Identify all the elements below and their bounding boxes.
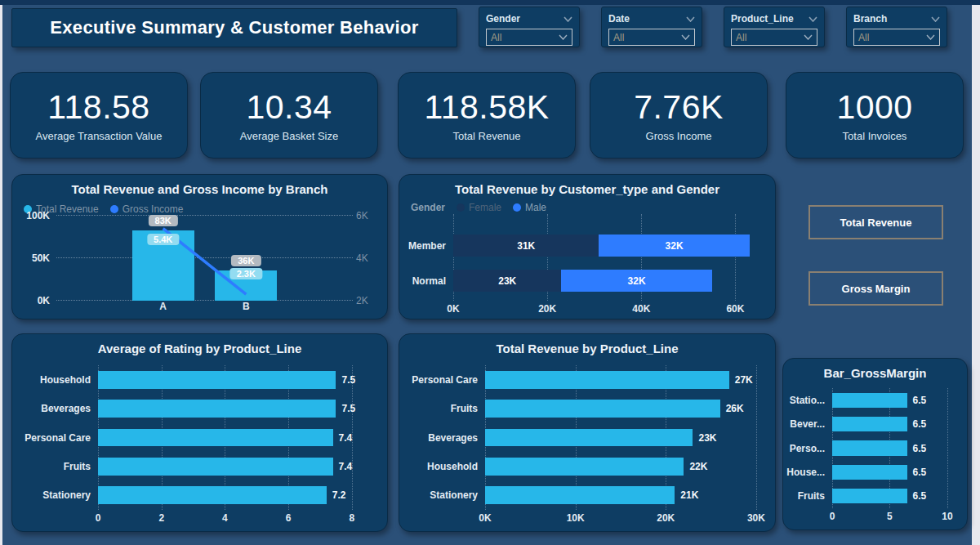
bar-row: 27K	[485, 365, 765, 394]
filter-branch-header[interactable]: Branch	[853, 11, 940, 26]
value-label: 6.5	[913, 395, 927, 406]
axis-tick-label: 8	[350, 512, 355, 524]
bar[interactable]	[832, 465, 907, 480]
dropdown-value: All	[736, 32, 746, 43]
category-label: Fruits	[788, 485, 832, 508]
bar-row: 23K	[485, 423, 765, 452]
category-label: Fruits	[20, 452, 98, 480]
value-label: 6.5	[913, 418, 927, 430]
legend-item-male[interactable]: Male	[513, 202, 546, 213]
filter-date-header[interactable]: Date	[608, 11, 695, 26]
kpi-value: 7.76K	[634, 88, 724, 127]
axis-tick-label: 100K	[26, 210, 50, 221]
chart-card-bar-grossmargin: Bar_GrossMargin Statio...Bever...Perso..…	[782, 358, 968, 530]
x-axis: 0510	[832, 508, 959, 523]
x-axis: 0K20K40K60K	[453, 301, 764, 315]
bar[interactable]	[98, 429, 333, 447]
category-label: Statio...	[788, 388, 832, 412]
axis-tick-label: 4	[222, 512, 228, 524]
customer-gender-chart: MemberNormal31K32K23K32K0K20K40K60K	[399, 214, 775, 319]
bar[interactable]	[832, 440, 907, 455]
category-label: B	[243, 301, 250, 312]
chevron-down-icon	[686, 16, 695, 22]
stacked-bar-row: 23K32K	[453, 270, 764, 292]
total-revenue-button[interactable]: Total Revenue	[808, 205, 943, 239]
category-label: A	[159, 301, 167, 312]
kpi-total-revenue: 118.58K Total Revenue	[398, 72, 576, 159]
chevron-down-icon	[931, 16, 940, 22]
dashboard-canvas: Executive Summary & Customer Behavior Ge…	[0, 0, 980, 545]
plot-area: Personal CareFruitsBeveragesHouseholdSta…	[408, 365, 765, 510]
axis-tick-label: 0K	[479, 512, 491, 524]
axis-tick-label: 2	[158, 512, 164, 524]
kpi-value: 1000	[836, 88, 912, 127]
filter-product-line-header[interactable]: Product_Line	[731, 11, 817, 26]
chart-title: Total Revenue and Gross Income by Branch	[12, 175, 387, 198]
bar-row: 6.5	[832, 412, 959, 436]
left-value-axis: 0K50K100K	[20, 216, 56, 301]
legend-item-female[interactable]: Female	[457, 202, 501, 213]
kpi-total-invoices: 1000 Total Invoices	[786, 72, 964, 159]
chevron-down-icon	[926, 34, 935, 40]
kpi-average-basket-size: 10.34 Average Basket Size	[200, 72, 378, 159]
bar-segment[interactable]: 32K	[561, 270, 711, 292]
bar[interactable]	[485, 371, 729, 389]
data-label: 83K	[149, 215, 178, 226]
bar[interactable]	[98, 400, 336, 418]
plot: 6.56.56.56.56.5	[832, 388, 959, 508]
axis-tick-label: 0	[96, 512, 101, 524]
bar[interactable]	[485, 486, 675, 504]
axis-tick-label: 2K	[356, 295, 368, 306]
chart-card-rating-by-product: Average of Rating by Product_Line Househ…	[11, 333, 388, 532]
value-label: 22K	[689, 461, 707, 472]
value-label: 6.5	[913, 467, 927, 478]
bar-segment[interactable]: 23K	[453, 270, 561, 292]
value-label: 27K	[735, 374, 753, 386]
category-label: Bever...	[788, 412, 832, 436]
bar[interactable]	[98, 371, 336, 389]
bar-segment[interactable]: 32K	[599, 235, 749, 257]
bar-row: 6.5	[832, 436, 959, 460]
filter-product-line-dropdown[interactable]: All	[731, 29, 817, 46]
axis-tick-label: 60K	[726, 303, 744, 315]
chart-title: Average of Rating by Product_Line	[12, 334, 387, 357]
category-label: Household	[408, 452, 485, 480]
category-label: Household	[20, 365, 98, 394]
bar[interactable]	[98, 458, 333, 476]
value-label: 6.5	[913, 490, 927, 502]
x-axis: 02468	[98, 510, 377, 525]
bar[interactable]	[98, 486, 327, 504]
plot: 31K32K23K32K	[453, 214, 764, 301]
data-label: 5.4K	[147, 234, 179, 245]
kpi-value: 10.34	[246, 88, 332, 127]
chart-title: Bar_GrossMargin	[783, 359, 967, 382]
filter-gender-header[interactable]: Gender	[486, 11, 572, 26]
canvas-edge-left	[0, 5, 2, 545]
bar[interactable]	[832, 393, 907, 408]
bar[interactable]	[832, 417, 907, 431]
category-axis: MemberNormal	[406, 214, 453, 301]
filter-branch-dropdown[interactable]: All	[853, 29, 940, 46]
bar[interactable]	[485, 429, 693, 447]
bar-segment[interactable]: 31K	[453, 235, 599, 257]
category-label: Beverages	[20, 394, 98, 422]
chart-title: Total Revenue by Product_Line	[399, 334, 775, 357]
axis-tick-label: 0K	[38, 295, 50, 306]
bar[interactable]	[485, 458, 684, 476]
filter-date-dropdown[interactable]: All	[608, 29, 695, 46]
gross-margin-button[interactable]: Gross Margin	[808, 271, 943, 306]
bar[interactable]	[485, 400, 720, 418]
plot-area: MemberNormal31K32K23K32K	[406, 214, 764, 301]
chevron-down-icon	[559, 34, 568, 40]
right-value-axis: 2K4K6K	[353, 216, 379, 301]
bar-row: 21K	[485, 481, 765, 510]
bar[interactable]	[832, 489, 907, 503]
dropdown-value: All	[858, 32, 869, 43]
filter-gender-dropdown[interactable]: All	[486, 29, 572, 46]
category-axis: Personal CareFruitsBeveragesHouseholdSta…	[408, 365, 485, 510]
plot: 83K36K5.4K2.3K	[56, 216, 353, 301]
category-label: Personal Care	[20, 423, 98, 452]
value-label: 23K	[698, 432, 716, 444]
legend-item-gross-income[interactable]: Gross Income	[110, 203, 184, 215]
filter-branch: Branch All	[846, 7, 947, 47]
